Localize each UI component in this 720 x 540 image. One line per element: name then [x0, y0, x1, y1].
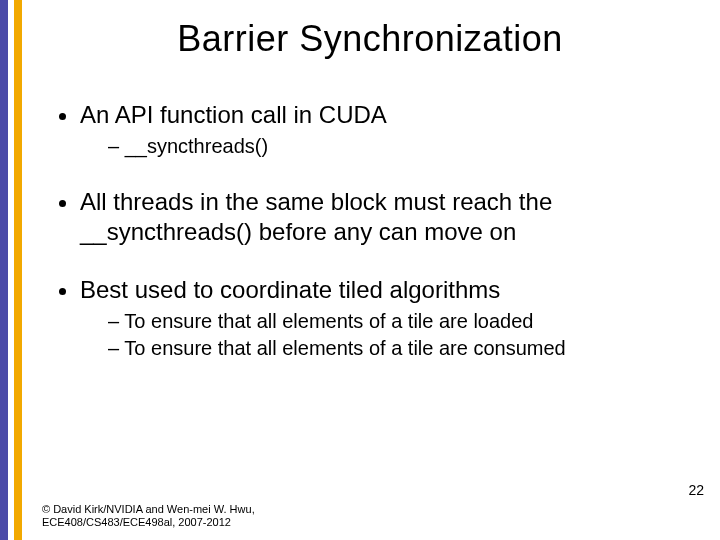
footer: © David Kirk/NVIDIA and Wen-mei W. Hwu, …: [42, 503, 255, 531]
accent-bar-gold: [14, 0, 22, 540]
bullet-text: An API function call in CUDA: [80, 101, 387, 128]
slide: Barrier Synchronization An API function …: [0, 0, 720, 540]
sub-bullet-list: __syncthreads(): [80, 134, 692, 159]
bullet-list: All threads in the same block must reach…: [52, 187, 692, 247]
sub-bullet-item: To ensure that all elements of a tile ar…: [108, 336, 692, 361]
bullet-text: Best used to coordinate tiled algorithms: [80, 276, 500, 303]
slide-title: Barrier Synchronization: [40, 18, 700, 60]
footer-line: © David Kirk/NVIDIA and Wen-mei W. Hwu,: [42, 503, 255, 517]
bullet-item: Best used to coordinate tiled algorithms…: [80, 275, 692, 361]
bullet-item: All threads in the same block must reach…: [80, 187, 692, 247]
sub-bullet-item: To ensure that all elements of a tile ar…: [108, 309, 692, 334]
bullet-list: Best used to coordinate tiled algorithms…: [52, 275, 692, 361]
page-number: 22: [688, 482, 704, 498]
sub-bullet-item: __syncthreads(): [108, 134, 692, 159]
accent-bar: [0, 0, 28, 540]
bullet-list: An API function call in CUDA __syncthrea…: [52, 100, 692, 159]
slide-body: An API function call in CUDA __syncthrea…: [52, 100, 692, 389]
sub-bullet-list: To ensure that all elements of a tile ar…: [80, 309, 692, 361]
bullet-item: An API function call in CUDA __syncthrea…: [80, 100, 692, 159]
footer-line: ECE408/CS483/ECE498al, 2007-2012: [42, 516, 255, 530]
accent-bar-blue: [0, 0, 8, 540]
